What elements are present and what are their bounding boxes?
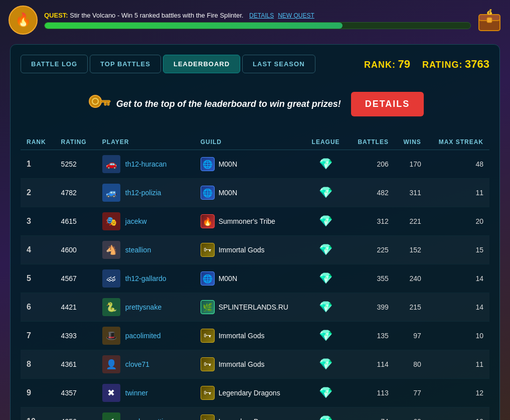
cell-max-streak-4: 14: [427, 264, 489, 293]
svg-rect-10: [104, 102, 106, 105]
rating-label-text: RATING:: [422, 60, 463, 70]
cell-rating-1: 4782: [55, 179, 96, 207]
tab-leaderboard[interactable]: LEADERBOARD: [163, 55, 240, 73]
cell-rank-3: 4: [21, 236, 55, 264]
table-row: 2 4782 🚙 th12-polizia 🌐 M00N 482 311 11: [21, 179, 489, 207]
player-avatar: 🏎: [102, 269, 120, 288]
player-avatar: 🐍: [102, 298, 120, 316]
league-icon: [317, 212, 335, 230]
cell-max-streak-1: 11: [427, 179, 489, 207]
cell-player-9[interactable]: ✔ maybenexttime: [96, 407, 195, 421]
cell-guild-4: 🌐 M00N: [195, 264, 304, 293]
cell-battles-6: 135: [348, 322, 395, 350]
cell-wins-1: 311: [395, 179, 427, 207]
quest-details-link[interactable]: DETAILS: [249, 12, 274, 19]
tab-last-season[interactable]: LAST SEASON: [242, 55, 315, 73]
cell-guild-3: 🗝 Immortal Gods: [195, 236, 304, 264]
cell-battles-3: 225: [348, 236, 395, 264]
player-name[interactable]: th12-gallardo: [125, 274, 166, 283]
player-name[interactable]: maybenexttime: [125, 417, 173, 420]
table-row: 4 4600 🐴 steallion 🗝 Immortal Gods 225 1…: [21, 236, 489, 264]
cell-player-6[interactable]: 🎩 pacolimited: [96, 322, 195, 350]
rank-rating: RANK: 79 RATING: 3763: [364, 58, 489, 71]
rating-display: RATING: 3763: [422, 58, 489, 71]
quest-progress-fill: [45, 23, 343, 29]
player-name[interactable]: pacolimited: [125, 332, 161, 340]
cell-rank-7: 8: [21, 350, 55, 379]
promo-details-button[interactable]: DETAILS: [351, 92, 424, 116]
league-icon: [317, 298, 335, 316]
tabs-row: BATTLE LOG TOP BATTLES LEADERBOARD LAST …: [21, 55, 489, 73]
tab-battle-log[interactable]: BATTLE LOG: [21, 55, 88, 73]
cell-player-5[interactable]: 🐍 prettysnake: [96, 293, 195, 322]
promo-text: Get to the top of the leaderboard to win…: [116, 99, 341, 109]
svg-text:🔥: 🔥: [15, 12, 32, 28]
cell-max-streak-6: 10: [427, 322, 489, 350]
player-name[interactable]: th12-polizia: [125, 189, 161, 197]
player-name[interactable]: jacekw: [125, 217, 147, 225]
player-name[interactable]: clove71: [125, 360, 149, 368]
guild-name: Legendary Dragons: [219, 389, 280, 397]
cell-battles-7: 114: [348, 350, 395, 379]
col-guild: GUILD: [195, 134, 304, 150]
cell-player-8[interactable]: ✖ twinner: [96, 379, 195, 407]
cell-league-8: [304, 379, 348, 407]
cell-battles-4: 355: [348, 264, 395, 293]
guild-name: Summoner's Tribe: [219, 217, 275, 225]
cell-battles-8: 113: [348, 379, 395, 407]
cell-player-0[interactable]: 🚗 th12-huracan: [96, 150, 195, 179]
cell-player-1[interactable]: 🚙 th12-polizia: [96, 179, 195, 207]
quest-new-quest-link[interactable]: NEW QUEST: [278, 12, 314, 19]
cell-wins-5: 215: [395, 293, 427, 322]
player-name[interactable]: twinner: [125, 389, 148, 397]
table-row: 9 4357 ✖ twinner 🗝 Legendary Dragons 113…: [21, 379, 489, 407]
quest-title: Stir the Volcano - Win 5 ranked battles …: [70, 12, 243, 19]
player-name[interactable]: prettysnake: [125, 303, 161, 311]
quest-icon: 🔥: [8, 5, 38, 35]
cell-player-2[interactable]: 🎭 jacekw: [96, 207, 195, 236]
table-row: 8 4361 👤 clove71 🗝 Immortal Gods 114 80 …: [21, 350, 489, 379]
cell-player-7[interactable]: 👤 clove71: [96, 350, 195, 379]
main-panel: BATTLE LOG TOP BATTLES LEADERBOARD LAST …: [10, 44, 500, 420]
cell-wins-8: 77: [395, 379, 427, 407]
guild-name: Immortal Gods: [219, 360, 265, 368]
league-icon: [317, 155, 335, 173]
cell-player-4[interactable]: 🏎 th12-gallardo: [96, 264, 195, 293]
cell-league-5: [304, 293, 348, 322]
cell-rating-7: 4361: [55, 350, 96, 379]
cell-battles-9: 74: [348, 407, 395, 421]
cell-league-7: [304, 350, 348, 379]
cell-rank-9: 10: [21, 407, 55, 421]
cell-player-3[interactable]: 🐴 steallion: [96, 236, 195, 264]
cell-wins-6: 97: [395, 322, 427, 350]
guild-name: Immortal Gods: [219, 246, 265, 254]
col-rating: RATING: [55, 134, 96, 150]
table-row: 7 4393 🎩 pacolimited 🗝 Immortal Gods 135…: [21, 322, 489, 350]
cell-rating-3: 4600: [55, 236, 96, 264]
cell-guild-7: 🗝 Immortal Gods: [195, 350, 304, 379]
player-avatar: 🚗: [102, 155, 120, 173]
rating-value: 3763: [465, 58, 489, 70]
quest-bar: 🔥 QUEST: Stir the Volcano - Win 5 ranked…: [0, 0, 510, 40]
svg-point-6: [89, 95, 101, 107]
cell-rating-0: 5252: [55, 150, 96, 179]
player-avatar: 🎭: [102, 212, 120, 230]
cell-rating-5: 4421: [55, 293, 96, 322]
tab-top-battles[interactable]: TOP BATTLES: [90, 55, 161, 73]
cell-league-1: [304, 179, 348, 207]
cell-rank-6: 7: [21, 322, 55, 350]
cell-wins-2: 221: [395, 207, 427, 236]
cell-max-streak-7: 11: [427, 350, 489, 379]
cell-rating-8: 4357: [55, 379, 96, 407]
table-row: 5 4567 🏎 th12-gallardo 🌐 M00N 355 240 14: [21, 264, 489, 293]
player-name[interactable]: steallion: [125, 246, 151, 254]
cell-guild-8: 🗝 Legendary Dragons: [195, 379, 304, 407]
guild-name: M00N: [219, 274, 237, 283]
col-rank: RANK: [21, 134, 55, 150]
cell-wins-7: 80: [395, 350, 427, 379]
guild-name: SPLINTERLANDS.RU: [219, 303, 288, 311]
cell-league-2: [304, 207, 348, 236]
cell-wins-0: 170: [395, 150, 427, 179]
player-name[interactable]: th12-huracan: [125, 160, 167, 168]
player-avatar: 🚙: [102, 184, 120, 202]
